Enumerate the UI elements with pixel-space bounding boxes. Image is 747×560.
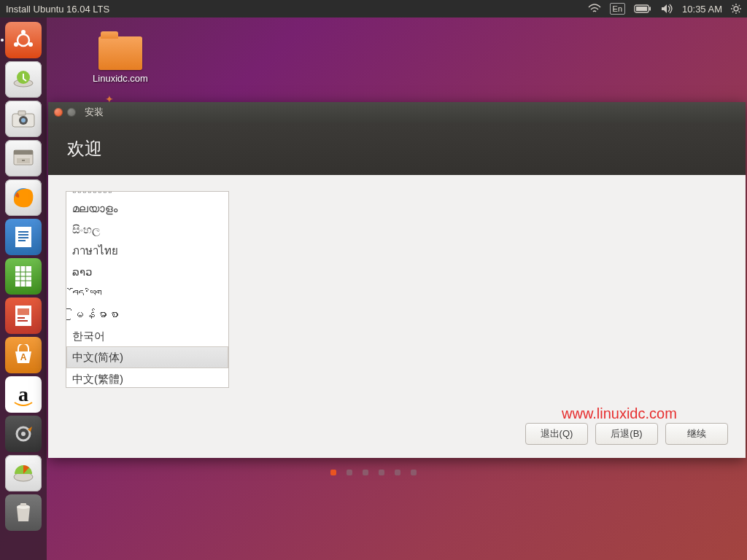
launcher-software[interactable]: A [5,337,42,373]
step-dots [330,470,417,475]
watermark: www.linuxidc.com [562,405,677,422]
folder-icon [98,36,142,70]
language-option[interactable]: ภาษาไทย [66,240,228,261]
installer-heading-band: 欢迎 [48,122,746,175]
launcher-calc[interactable] [5,258,42,295]
battery-icon[interactable] [634,4,651,13]
svg-point-44 [21,432,26,436]
svg-rect-23 [14,150,33,155]
step-dot [330,470,336,475]
language-option[interactable]: မြန်မာစာ [66,304,228,325]
svg-rect-2 [636,7,647,11]
back-button[interactable]: 后退(B) [595,423,658,445]
close-icon[interactable] [54,108,63,117]
language-list[interactable]: ▯▯▯▯▯▯▯▯ മലയാളം සිංහල ภาษาไทย ລາວ བོད་ཡི… [66,191,229,388]
session-gear-icon[interactable] [731,4,741,14]
launcher-shotwell[interactable] [5,101,42,137]
launcher-files[interactable] [5,140,42,176]
svg-rect-39 [18,308,29,315]
svg-rect-29 [18,234,28,236]
quit-button[interactable]: 退出(Q) [525,423,588,445]
desktop-folder-label: Linuxidc.com [80,73,160,84]
network-icon[interactable] [588,4,601,14]
svg-rect-47 [20,503,26,506]
language-option[interactable]: සිංහල [66,219,228,240]
language-option[interactable]: ▯▯▯▯▯▯▯▯ [66,191,228,198]
svg-rect-31 [18,240,26,241]
language-option-selected[interactable]: 中文(简体) [66,346,228,368]
svg-point-12 [18,34,29,46]
launcher-amazon[interactable]: a [5,376,42,413]
installer-window: 安装 欢迎 ▯▯▯▯▯▯▯▯ മലയാളം සිංහල ภาษาไทย ລາວ … [48,102,746,458]
step-dot [363,470,368,475]
language-option[interactable]: བོད་ཡིག [66,283,228,304]
launcher-dash[interactable] [5,22,42,58]
window-title: 安装 [85,106,104,119]
window-titlebar[interactable]: 安装 [48,102,746,122]
launcher-installer[interactable] [5,61,42,98]
svg-line-10 [732,12,733,12]
launcher-settings[interactable] [5,416,42,452]
svg-text:A: A [20,352,27,362]
svg-rect-1 [649,7,651,11]
language-option[interactable]: 한국어 [66,325,228,346]
step-dot [395,470,400,475]
active-window-title: Install Ubuntu 16.04 LTS [6,4,109,15]
svg-line-9 [739,12,740,12]
svg-rect-25 [22,160,25,161]
svg-point-21 [21,118,26,122]
svg-rect-30 [18,237,28,238]
launcher: A a [0,18,47,560]
minimize-icon[interactable] [67,108,76,117]
svg-point-14 [28,42,33,47]
svg-rect-41 [18,320,28,322]
svg-line-8 [732,5,733,6]
top-panel: Install Ubuntu 16.04 LTS En 10:35 AM [0,0,747,18]
sound-icon[interactable] [660,4,673,14]
svg-line-11 [739,5,740,6]
launcher-writer[interactable] [5,219,42,255]
svg-rect-19 [18,111,26,115]
step-dot [379,470,384,475]
language-option[interactable]: ລາວ [66,261,228,282]
keyboard-indicator[interactable]: En [610,3,625,15]
desktop-folder[interactable]: Linuxidc.com [80,36,160,84]
svg-point-3 [734,7,738,11]
launcher-firefox[interactable] [5,179,42,216]
language-option[interactable]: 中文(繁體) [66,368,228,389]
svg-point-15 [14,42,18,47]
step-dot [347,470,352,475]
launcher-trash[interactable] [5,494,42,531]
launcher-impress[interactable] [5,298,42,334]
clock[interactable]: 10:35 AM [682,4,722,15]
svg-rect-28 [18,231,28,233]
installer-buttons: 退出(Q) 后退(B) 继续 [525,423,728,445]
language-option[interactable]: മലയാളം [66,198,228,219]
svg-point-13 [21,30,26,34]
continue-button[interactable]: 继续 [665,423,728,445]
step-dot [411,470,417,475]
installer-heading: 欢迎 [67,137,102,160]
launcher-disk[interactable] [5,455,42,491]
svg-rect-40 [18,317,25,319]
